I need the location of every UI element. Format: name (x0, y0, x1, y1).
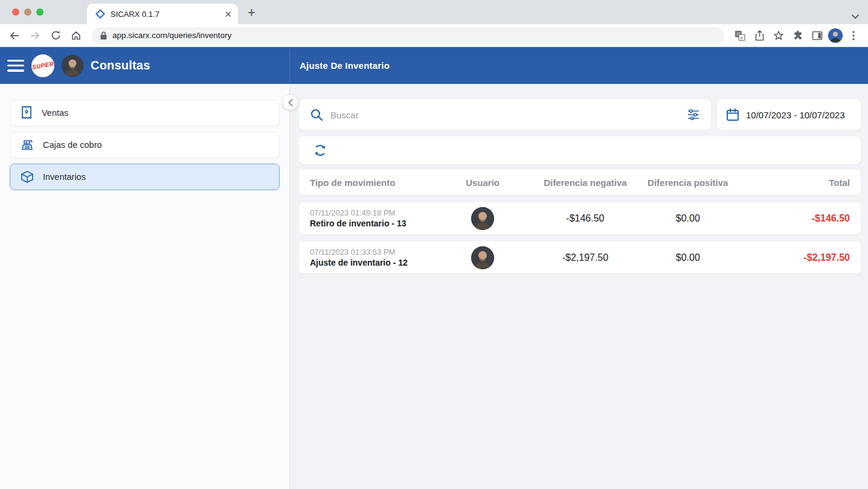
back-button[interactable] (6, 27, 23, 44)
row-user-avatar (471, 207, 494, 230)
sidebar-item-inventarios[interactable]: Inventarios (10, 164, 280, 190)
row-movement-name: Retiro de inventario - 13 (310, 219, 440, 228)
refresh-button[interactable] (310, 140, 330, 161)
browser-menu-kebab-icon[interactable] (845, 27, 862, 44)
bookmark-star-icon[interactable] (770, 27, 787, 44)
lock-icon (100, 31, 107, 40)
refresh-icon (313, 143, 327, 158)
app-header-left: SUPER Consultas (0, 47, 290, 84)
column-header-total: Total (731, 177, 850, 188)
search-icon (310, 108, 323, 121)
table-header: Tipo de movimiento Usuario Diferencia ne… (299, 170, 861, 195)
store-logo: SUPER (31, 54, 54, 77)
section-title: Ajuste De Inventario (300, 60, 390, 71)
chevron-left-icon (288, 99, 293, 106)
user-avatar[interactable] (62, 55, 83, 77)
url-text: app.sicarx.com/queries/inventory (112, 31, 231, 40)
row-negative-diff: -$146.50 (526, 213, 645, 224)
calendar-icon (725, 107, 740, 122)
filter-sliders-icon[interactable] (687, 109, 700, 121)
column-header-dif-negativa: Diferencia negativa (526, 177, 645, 188)
sidebar-item-label: Cajas de cobro (43, 140, 102, 150)
package-icon (20, 170, 34, 184)
row-total: -$2,197.50 (731, 252, 850, 263)
zoom-window-button[interactable] (36, 8, 43, 16)
share-icon[interactable] (751, 27, 768, 44)
sidebar: Ventas Cajas de cobro Inventarios (0, 84, 290, 489)
app-header-right: Ajuste De Inventario (290, 47, 868, 84)
sidebar-collapse-button[interactable] (283, 95, 298, 110)
date-range-text: 10/07/2023 - 10/07/2023 (746, 110, 844, 120)
date-range-picker[interactable]: 10/07/2023 - 10/07/2023 (717, 100, 861, 130)
translate-icon[interactable]: Ga (731, 27, 748, 44)
cash-register-icon (20, 138, 34, 152)
sidebar-item-label: Ventas (42, 108, 68, 118)
window-controls (0, 0, 52, 24)
receipt-icon (20, 106, 33, 120)
close-window-button[interactable] (12, 8, 19, 16)
sidebar-item-cajas-de-cobro[interactable]: Cajas de cobro (10, 132, 280, 158)
browser-tab[interactable]: SICARX 0.1.7 ✕ (87, 4, 238, 24)
address-bar[interactable]: app.sicarx.com/queries/inventory (92, 27, 724, 44)
row-movement-name: Ajuste de inventario - 12 (310, 258, 440, 267)
svg-text:a: a (740, 34, 743, 40)
app-header: SUPER Consultas Ajuste De Inventario (0, 47, 868, 84)
new-tab-button[interactable]: + (248, 5, 256, 21)
table-row[interactable]: 07/11/2023 01:49:18 PM Retiro de inventa… (299, 202, 861, 234)
column-header-tipo: Tipo de movimiento (310, 177, 440, 188)
row-negative-diff: -$2,197.50 (526, 252, 645, 263)
sidebar-item-label: Inventarios (43, 172, 86, 182)
row-timestamp: 07/11/2023 01:49:18 PM (310, 208, 440, 217)
row-user-avatar (471, 246, 494, 269)
side-panel-icon[interactable] (809, 27, 826, 44)
sidebar-item-ventas[interactable]: Ventas (10, 100, 280, 126)
column-header-dif-positiva: Diferencia positiva (645, 177, 731, 188)
reload-button[interactable] (47, 27, 64, 44)
tab-title: SICARX 0.1.7 (111, 10, 219, 19)
browser-tab-strip: SICARX 0.1.7 ✕ + (0, 0, 868, 24)
menu-hamburger-icon[interactable] (7, 60, 24, 72)
row-total: -$146.50 (731, 213, 850, 224)
sicarx-favicon-icon (95, 9, 105, 19)
minimize-window-button[interactable] (24, 8, 31, 16)
page-title: Consultas (91, 59, 150, 72)
browser-toolbar: app.sicarx.com/queries/inventory Ga (0, 24, 868, 47)
tab-close-icon[interactable]: ✕ (224, 10, 232, 19)
forward-button[interactable] (27, 27, 43, 44)
main-content: 10/07/2023 - 10/07/2023 Tipo de movimien… (290, 84, 868, 489)
search-input[interactable] (330, 110, 680, 120)
row-positive-diff: $0.00 (645, 213, 731, 224)
column-header-usuario: Usuario (440, 177, 526, 188)
table-row[interactable]: 07/11/2023 01:33:53 PM Ajuste de inventa… (299, 241, 861, 273)
row-timestamp: 07/11/2023 01:33:53 PM (310, 248, 440, 257)
tab-search-chevron-icon[interactable] (851, 14, 860, 19)
extensions-puzzle-icon[interactable] (789, 27, 806, 44)
home-button[interactable] (68, 27, 85, 44)
row-positive-diff: $0.00 (645, 252, 731, 263)
browser-profile-avatar[interactable] (828, 28, 843, 43)
actions-bar (299, 136, 861, 164)
search-bar (299, 100, 711, 130)
store-logo-text: SUPER (31, 60, 54, 71)
